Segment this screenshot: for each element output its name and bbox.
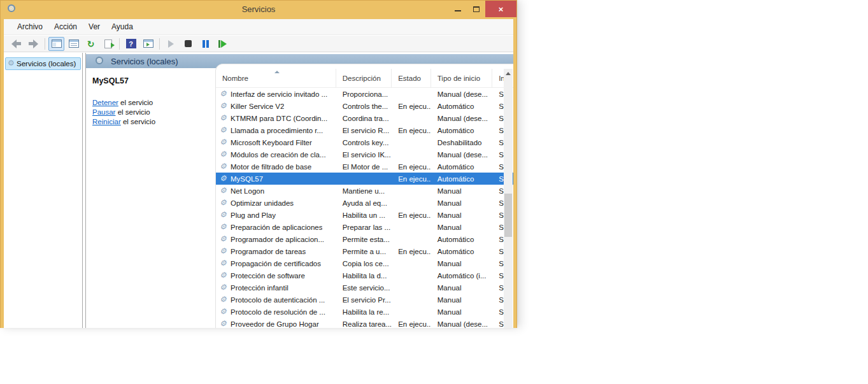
service-description: Habilita la d...: [336, 272, 392, 280]
table-row[interactable]: Killer Service V2 Controls the... En eje…: [216, 100, 513, 112]
table-row[interactable]: Propagación de certificados Copia los ce…: [216, 257, 513, 269]
services-gear-icon: [8, 59, 17, 68]
table-row[interactable]: Protocolo de resolución de ... Habilita …: [216, 306, 513, 318]
table-row[interactable]: Programador de aplicacion... Permite est…: [216, 233, 513, 245]
service-gear-icon: [220, 271, 229, 280]
service-description: Permite a u...: [336, 248, 392, 255]
service-name: KTMRM para DTC (Coordin...: [231, 115, 327, 122]
service-startup-type: Manual: [431, 187, 492, 195]
minimize-button[interactable]: [448, 1, 467, 17]
pause-service-button[interactable]: [197, 37, 213, 51]
show-console-tree-button[interactable]: [48, 37, 64, 51]
service-gear-icon: [220, 174, 229, 183]
back-button[interactable]: [8, 37, 24, 51]
sort-ascending-icon: [274, 71, 280, 73]
service-description: Controls the...: [336, 103, 392, 110]
service-gear-icon: [220, 308, 229, 316]
window-chrome: Archivo Acción Ver Ayuda ↻: [4, 19, 513, 328]
table-row[interactable]: Llamada a procedimiento r... El servicio…: [216, 124, 513, 136]
action-link[interactable]: Pausar: [92, 108, 115, 116]
service-description: Habilita un ...: [336, 211, 392, 219]
menu-archivo[interactable]: Archivo: [11, 20, 48, 34]
pause-service-icon: [202, 40, 210, 48]
title-bar[interactable]: Servicios ×: [1, 1, 516, 19]
service-description: Este servicio...: [336, 284, 392, 292]
menu-ver[interactable]: Ver: [83, 20, 106, 34]
service-action-link: Pausar el servicio: [92, 108, 155, 117]
table-row[interactable]: Programador de tareas Permite a u... En …: [216, 245, 513, 257]
scroll-up-icon[interactable]: [504, 69, 513, 78]
table-row[interactable]: MySQL57 En ejecu... Automático Si: [216, 173, 513, 185]
stop-service-icon: [185, 40, 192, 47]
table-row[interactable]: Preparación de aplicaciones Preparar las…: [216, 221, 513, 233]
refresh-icon: ↻: [87, 39, 95, 49]
restart-service-icon: [218, 40, 227, 48]
start-service-button[interactable]: [163, 37, 179, 51]
vertical-scrollbar[interactable]: [504, 69, 513, 328]
close-button[interactable]: ×: [485, 1, 516, 17]
forward-button[interactable]: [25, 37, 41, 51]
column-header-estado[interactable]: Estado: [392, 69, 431, 87]
service-gear-icon: [220, 126, 229, 135]
table-row[interactable]: Protección infantil Este servicio... Man…: [216, 281, 513, 294]
service-startup-type: Manual: [431, 199, 492, 207]
maximize-button[interactable]: [467, 1, 485, 17]
service-name: Módulos de creación de cla...: [231, 151, 326, 159]
table-row[interactable]: Motor de filtrado de base El Motor de ..…: [216, 160, 513, 173]
table-row[interactable]: Interfaz de servicio invitado ... Propor…: [216, 88, 513, 100]
table-row[interactable]: Protección de software Habilita la d... …: [216, 269, 513, 281]
action-rest: el servicio: [121, 118, 155, 125]
properties-button[interactable]: [66, 37, 82, 51]
restart-service-button[interactable]: [215, 37, 231, 51]
action-rest: el servicio: [118, 99, 153, 106]
column-header-nombre[interactable]: Nombre: [216, 69, 336, 87]
tree-item-label: Servicios (locales): [17, 60, 76, 68]
service-gear-icon: [220, 320, 229, 329]
stop-service-button[interactable]: [180, 37, 196, 51]
menu-ayuda[interactable]: Ayuda: [106, 20, 139, 34]
service-status: En ejecu...: [392, 211, 431, 219]
service-action-link: Detener el servicio: [92, 98, 155, 108]
start-service-icon: [168, 40, 174, 48]
tree-item-servicios-locales[interactable]: Servicios (locales): [5, 57, 81, 70]
minimize-icon: [455, 10, 461, 11]
service-description: Proporciona...: [336, 90, 392, 98]
service-startup-type: Automático: [431, 127, 492, 134]
menu-bar: Archivo Acción Ver Ayuda: [4, 19, 513, 35]
list-header: Nombre Descripción Estado Tipo de inicio: [216, 69, 513, 88]
extended-view-button[interactable]: [140, 37, 156, 51]
service-description: Coordina tra...: [336, 115, 392, 122]
service-status: En ejecu...: [392, 127, 431, 134]
table-row[interactable]: Protocolo de autenticación ... El servic…: [216, 294, 513, 306]
extended-view-panel: MySQL57 Detener el servicioPausar el ser…: [86, 68, 215, 328]
help-button[interactable]: ?: [123, 37, 139, 51]
export-list-button[interactable]: [100, 37, 116, 51]
action-link[interactable]: Detener: [92, 99, 118, 106]
action-link[interactable]: Reiniciar: [92, 118, 121, 125]
service-description: El servicio Pr...: [336, 296, 392, 304]
forward-icon: [29, 39, 38, 48]
service-name: Microsoft Keyboard Filter: [231, 139, 312, 146]
menu-accion[interactable]: Acción: [48, 20, 83, 34]
toolbar-separator: [159, 38, 160, 50]
table-row[interactable]: Net Logon Mantiene u... Manual Si: [216, 185, 513, 197]
service-gear-icon: [220, 211, 229, 220]
table-row[interactable]: Plug and Play Habilita un ... En ejecu..…: [216, 209, 513, 221]
scrollbar-thumb[interactable]: [504, 194, 512, 237]
refresh-button[interactable]: ↻: [83, 37, 99, 51]
service-description: Realiza tarea...: [336, 320, 392, 328]
service-description: Mantiene u...: [336, 187, 392, 195]
service-gear-icon: [220, 90, 229, 99]
table-row[interactable]: Proveedor de Grupo Hogar Realiza tarea..…: [216, 318, 513, 328]
table-row[interactable]: Optimizar unidades Ayuda al eq... Manual…: [216, 197, 513, 209]
column-header-tipo-de-inicio[interactable]: Tipo de inicio: [431, 69, 492, 87]
close-icon: ×: [499, 5, 504, 13]
maximize-icon: [473, 6, 480, 12]
column-header-descripcion[interactable]: Descripción: [336, 69, 392, 87]
table-row[interactable]: KTMRM para DTC (Coordin... Coordina tra.…: [216, 112, 513, 124]
service-gear-icon: [220, 162, 229, 171]
table-row[interactable]: Microsoft Keyboard Filter Controls key..…: [216, 136, 513, 148]
service-startup-type: Manual (dese...: [431, 320, 492, 328]
service-description: El servicio IK...: [336, 151, 392, 159]
table-row[interactable]: Módulos de creación de cla... El servici…: [216, 148, 513, 160]
